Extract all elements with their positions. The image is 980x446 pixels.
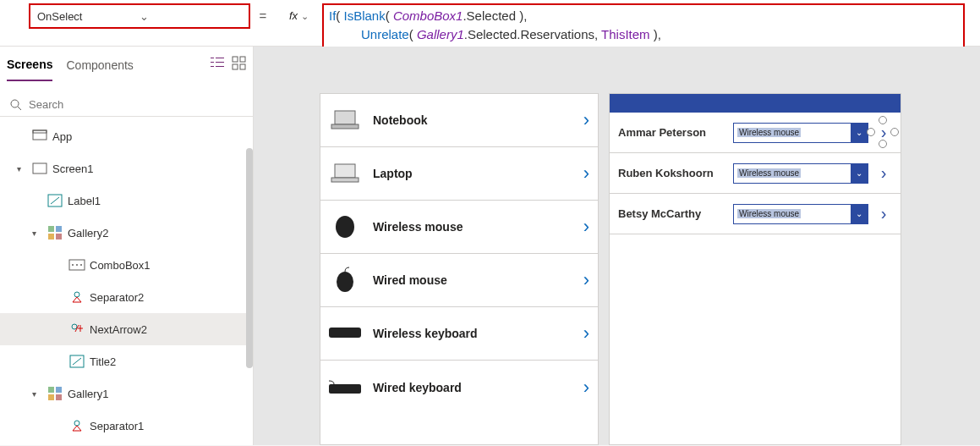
product-image-wired-keyboard [329, 374, 361, 401]
separator-icon [69, 418, 85, 433]
scrollbar-thumb[interactable] [246, 148, 253, 368]
tree-item-combobox1[interactable]: ComboBox1 [0, 249, 253, 281]
svg-rect-34 [335, 111, 355, 124]
svg-rect-30 [56, 387, 62, 393]
svg-rect-13 [33, 130, 47, 133]
svg-rect-7 [240, 57, 245, 62]
svg-line-28 [73, 358, 81, 365]
list-item[interactable]: Laptop › [320, 147, 598, 201]
property-dropdown-value: OnSelect [37, 10, 140, 23]
chevron-right-icon[interactable]: › [583, 322, 589, 344]
chevron-right-icon[interactable]: › [583, 162, 589, 184]
svg-rect-9 [240, 64, 245, 69]
label-icon [47, 193, 63, 208]
tree-item-title2[interactable]: Title2 [0, 345, 253, 377]
combobox-icon [69, 257, 85, 273]
list-item[interactable]: Betsy McCarthy Wireless mouse ⌄ › [610, 194, 901, 234]
tree-item-separator1[interactable]: Separator1 [0, 410, 253, 442]
canvas: Notebook › Laptop › Wireless mouse › Wir… [254, 47, 980, 445]
caret-down-icon: ▾ [32, 389, 42, 399]
caret-down-icon: ▾ [32, 229, 42, 238]
svg-rect-40 [329, 328, 361, 338]
combobox1[interactable]: Wireless mouse ⌄ [733, 163, 868, 184]
svg-rect-29 [48, 387, 54, 393]
svg-rect-32 [56, 394, 62, 400]
svg-point-25 [74, 292, 79, 297]
tree-item-label1[interactable]: Label1 [0, 184, 253, 217]
product-image-wireless-keyboard [329, 320, 361, 347]
list-item[interactable]: Wireless keyboard › [320, 307, 598, 361]
app-icon [32, 129, 47, 144]
svg-rect-2 [211, 62, 214, 63]
chevron-right-icon[interactable]: › [583, 109, 589, 131]
separator-icon [69, 289, 85, 305]
svg-rect-17 [48, 226, 54, 232]
tree-item-gallery1[interactable]: ▾ Gallery1 [0, 377, 253, 410]
svg-point-10 [11, 100, 19, 107]
list-item[interactable]: Ammar Peterson Wireless mouse ⌄ › [610, 113, 901, 153]
svg-point-22 [72, 264, 74, 266]
grid-view-icon[interactable] [233, 57, 246, 74]
list-item[interactable]: Wired keyboard › [320, 361, 598, 414]
svg-point-38 [336, 216, 354, 238]
chevron-down-icon[interactable]: ⌄ [851, 164, 868, 183]
svg-rect-8 [233, 64, 238, 69]
svg-point-23 [76, 264, 78, 266]
svg-rect-20 [56, 234, 62, 240]
svg-rect-14 [33, 163, 47, 173]
tree-item-nextarrow2[interactable]: NextArrow2 [0, 313, 253, 345]
tree-item-gallery2[interactable]: ▾ Gallery2 [0, 217, 253, 249]
chevron-down-icon[interactable]: ⌄ [851, 124, 868, 142]
combobox1[interactable]: Wireless mouse ⌄ [733, 204, 868, 224]
list-item[interactable]: Wired mouse › [320, 254, 598, 307]
chevron-right-icon[interactable]: › [583, 269, 589, 291]
product-image-wired-mouse [329, 267, 361, 294]
list-item[interactable]: Ruben Kokshoorn Wireless mouse ⌄ › [610, 153, 901, 194]
next-arrow[interactable]: › [875, 123, 892, 142]
list-item[interactable]: Wireless mouse › [320, 201, 598, 254]
gallery2[interactable]: Ammar Peterson Wireless mouse ⌄ › Ruben … [609, 93, 901, 445]
tree-item-screen1[interactable]: ▾ Screen1 [0, 152, 253, 184]
chevron-down-icon[interactable]: ⌄ [851, 205, 868, 223]
chevron-right-icon[interactable]: › [583, 216, 589, 238]
label-icon [69, 354, 85, 369]
svg-rect-36 [335, 164, 355, 178]
screen-icon [32, 161, 47, 176]
product-image-notebook [329, 107, 361, 134]
svg-rect-0 [211, 58, 214, 58]
tab-screens[interactable]: Screens [7, 49, 52, 81]
formula-line-1: If( IsBlank( ComboBox1.Selected ), [329, 7, 958, 25]
svg-rect-18 [56, 226, 62, 232]
next-arrow[interactable]: › [875, 163, 892, 183]
svg-point-33 [74, 421, 79, 426]
tab-components[interactable]: Components [66, 50, 133, 80]
chevron-right-icon[interactable]: › [583, 377, 589, 399]
svg-rect-19 [48, 234, 54, 240]
formula-line-2: Unrelate( Gallery1.Selected.Reservations… [329, 25, 958, 44]
next-arrow[interactable]: › [875, 204, 892, 223]
combobox1[interactable]: Wireless mouse ⌄ [733, 123, 868, 143]
list-item[interactable]: Notebook › [320, 94, 598, 147]
gallery-icon [47, 225, 63, 240]
svg-rect-6 [233, 57, 238, 62]
tree-view-icon[interactable] [211, 57, 224, 74]
svg-rect-5 [216, 66, 224, 67]
tree-search[interactable] [0, 93, 253, 117]
tree-item-separator2[interactable]: Separator2 [0, 281, 253, 313]
equals-label: = [250, 3, 276, 29]
product-image-wireless-mouse [329, 213, 361, 240]
svg-rect-3 [216, 62, 224, 63]
tree-item-app[interactable]: App [0, 120, 253, 152]
svg-rect-4 [211, 66, 214, 67]
caret-down-icon: ▾ [17, 164, 27, 173]
tree-search-input[interactable] [29, 98, 243, 111]
gallery1[interactable]: Notebook › Laptop › Wireless mouse › Wir… [320, 93, 599, 445]
svg-rect-41 [329, 384, 361, 394]
fx-label[interactable]: fx⌄ [276, 3, 322, 29]
svg-point-24 [80, 264, 82, 266]
svg-rect-37 [331, 178, 359, 182]
svg-rect-1 [216, 58, 224, 58]
reservations-header [610, 94, 901, 113]
svg-point-39 [337, 272, 353, 292]
property-dropdown[interactable]: OnSelect ⌄ [29, 3, 250, 29]
